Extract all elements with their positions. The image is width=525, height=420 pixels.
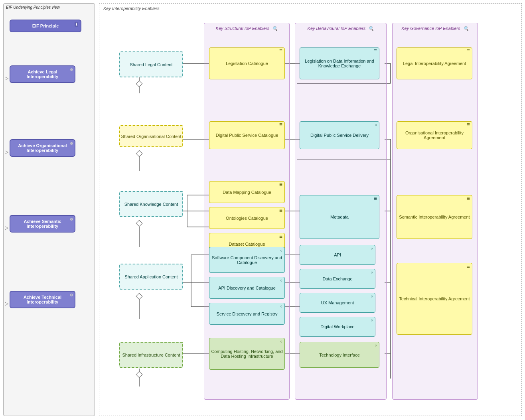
diamond-infra (136, 371, 143, 378)
left-panel-title: EIF Underlying Principles view (4, 4, 95, 11)
tech-interface-box[interactable]: ○ Technology Interface (300, 342, 379, 368)
dataset-icon: ☰ (279, 235, 282, 239)
diamond-org (136, 150, 143, 157)
achieve-org-box[interactable]: ⚙ Achieve Organisational Interoperabilit… (10, 139, 75, 157)
data-mapping-cat-label: Data Mapping Catalogue (223, 190, 271, 195)
governance-col-label: Key Governance IoP Enablers (401, 26, 460, 31)
dataset-cat-label: Dataset Catalogue (229, 242, 265, 246)
shared-infra-content-box[interactable]: Shared Infrastructure Content (119, 342, 183, 368)
gear-icon-org: ⚙ (70, 142, 73, 146)
diamond-legal (136, 81, 143, 87)
arrow-semantic: ▷ (5, 225, 8, 231)
service-discovery-label: Service Discovery and Registry (217, 312, 278, 316)
achieve-technical-box[interactable]: ⚙ Achieve Technical Interoperability (10, 291, 75, 308)
computing-hosting-label: Computing Hosting, Networking, and Data … (209, 349, 284, 359)
api-disc-icon: ○ (280, 278, 282, 282)
digital-workplace-box[interactable]: ○ Digital Workplace (300, 317, 375, 337)
digital-ps-catalogue-box[interactable]: ☰ Digital Public Service Catalogue (209, 121, 285, 149)
ontologies-cat-label: Ontologies Catalogue (226, 216, 268, 221)
legal-interop-agreement-label: Legal Interoperability Agreement (403, 61, 466, 66)
legislation-catalogue-box[interactable]: ☰ Legislation Catalogue (209, 47, 285, 79)
dps-cat-icon: ☰ (279, 123, 282, 127)
shared-legal-content-label: Shared Legal Content (130, 62, 172, 67)
software-comp-box[interactable]: ○ Software Component Discovery and Catal… (209, 247, 285, 273)
legislation-data-info-label: Legislation on Data Information and Know… (300, 59, 379, 68)
digital-ps-catalogue-label: Digital Public Service Catalogue (216, 133, 278, 138)
eif-principle-box[interactable]: ℹ EIF Principle (10, 20, 81, 32)
api-box[interactable]: ○ API (300, 245, 375, 265)
technical-interop-agreement-label: Technical Interoperability Agreement (399, 296, 470, 301)
shared-app-content-label: Shared Application Content (124, 274, 178, 279)
legal-agree-icon: ☰ (467, 49, 470, 53)
shared-org-content-box[interactable]: Shared Organisational Content (119, 125, 183, 147)
legislation-catalogue-label: Legislation Catalogue (226, 61, 268, 66)
leg-data-icon: ☰ (374, 49, 377, 53)
computing-icon: ○ (280, 339, 282, 343)
ontologies-icon: ☰ (279, 209, 282, 213)
dps-delivery-icon: ○ (375, 123, 377, 127)
arrow-legal: ▷ (5, 75, 8, 81)
structural-col-label: Key Structural IoP Enablers (216, 26, 270, 31)
shared-app-content-box[interactable]: Shared Application Content (119, 264, 183, 290)
data-map-icon: ☰ (279, 183, 282, 187)
soft-comp-icon: ○ (280, 248, 282, 252)
semantic-interop-agreement-label: Semantic Interoperability Agreement (399, 215, 470, 219)
gear-icon-legal: ⚙ (70, 68, 73, 72)
arrow-technical: ▷ (5, 301, 8, 306)
achieve-semantic-box[interactable]: ⚙ Achieve Semantic Interoperability (10, 215, 75, 233)
principle-label: EIF Principle (32, 24, 59, 28)
metadata-label: Metadata (330, 215, 349, 219)
diagram-container: EIF Underlying Principles view ℹ EIF Pri… (0, 0, 525, 420)
diamond-semantic (136, 220, 143, 227)
legislation-cat-icon: ☰ (279, 49, 282, 53)
tech-interface-label: Technology Interface (319, 353, 360, 357)
gear-icon-technical: ⚙ (70, 293, 73, 297)
service-discovery-box[interactable]: ○ Service Discovery and Registry (209, 303, 285, 325)
legislation-data-info-box[interactable]: ☰ Legislation on Data Information and Kn… (300, 47, 379, 79)
structural-search-icon: 🔍 (272, 26, 278, 31)
shared-knowledge-content-box[interactable]: Shared Knowledge Content (119, 191, 183, 217)
gear-icon-semantic: ⚙ (70, 217, 73, 221)
semantic-interop-agreement-box[interactable]: ☰ Semantic Interoperability Agreement (397, 195, 472, 239)
diamond-technical (136, 293, 143, 300)
governance-search-icon: 🔍 (463, 26, 469, 31)
behavioural-search-icon: 🔍 (368, 26, 374, 31)
shared-knowledge-content-label: Shared Knowledge Content (124, 202, 178, 207)
metadata-box[interactable]: ☰ Metadata (300, 195, 379, 239)
computing-hosting-box[interactable]: ○ Computing Hosting, Networking, and Dat… (209, 338, 285, 370)
arrow-org: ▷ (5, 149, 8, 155)
ux-mgmt-label: UX Management (321, 300, 354, 305)
technical-interop-agreement-box[interactable]: ☰ Technical Interoperability Agreement (397, 263, 472, 335)
left-panel: EIF Underlying Principles view ℹ EIF Pri… (3, 3, 95, 416)
tech-int-icon: ○ (375, 343, 377, 347)
org-interop-agreement-box[interactable]: ☰ Organisational Interoperability Agreem… (397, 121, 472, 149)
shared-legal-content-box[interactable]: Shared Legal Content (119, 51, 183, 77)
principle-icon: ℹ (75, 22, 78, 27)
ux-mgmt-box[interactable]: ○ UX Management (300, 293, 375, 313)
org-agree-icon: ☰ (467, 123, 470, 127)
api-icon: ○ (371, 246, 373, 250)
governance-col-header: Key Governance IoP Enablers 🔍 (392, 24, 478, 33)
achieve-legal-box[interactable]: ⚙ Achieve Legal Interoperability (10, 65, 75, 83)
achieve-semantic-label: Achieve Semantic Interoperability (24, 219, 61, 229)
data-exchange-label: Data Exchange (322, 276, 352, 281)
digital-ps-delivery-box[interactable]: ○ Digital Public Service Delivery (300, 121, 379, 149)
legal-interop-agreement-box[interactable]: ☰ Legal Interoperability Agreement (397, 47, 472, 79)
achieve-legal-label: Achieve Legal Interoperability (27, 69, 58, 79)
digital-workplace-label: Digital Workplace (320, 324, 354, 329)
ontologies-cat-box[interactable]: ☰ Ontologies Catalogue (209, 207, 285, 229)
data-exchange-box[interactable]: ○ Data Exchange (300, 269, 375, 289)
tech-agree-icon: ☰ (467, 264, 470, 268)
api-label: API (334, 252, 341, 257)
achieve-org-label: Achieve Organisational Interoperability (18, 143, 67, 153)
shared-infra-content-label: Shared Infrastructure Content (122, 353, 180, 357)
api-discovery-label: API Discovery and Catalogue (218, 286, 276, 290)
main-area: Key Interoperability Enablers (99, 3, 522, 416)
data-ex-icon: ○ (371, 270, 373, 274)
svc-disc-icon: ○ (280, 304, 282, 308)
api-discovery-box[interactable]: ○ API Discovery and Catalogue (209, 277, 285, 299)
digital-wp-icon: ○ (371, 318, 373, 322)
structural-col-header: Key Structural IoP Enablers 🔍 (204, 24, 290, 33)
data-mapping-cat-box[interactable]: ☰ Data Mapping Catalogue (209, 181, 285, 203)
ux-mgmt-icon: ○ (371, 294, 373, 298)
